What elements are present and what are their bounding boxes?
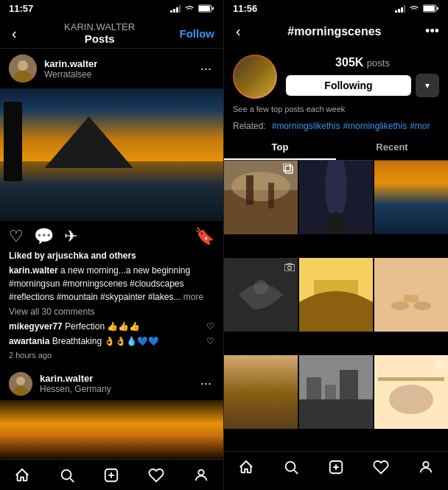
svg-point-50 [389, 385, 433, 414]
comment-2-text: Breathtaking 👌👌💧💙💙 [52, 336, 160, 346]
hashtag-avatar [233, 55, 277, 99]
nav-search-button[interactable] [59, 467, 75, 488]
svg-point-34 [253, 280, 268, 295]
camera-icon [284, 263, 295, 271]
tab-recent[interactable]: Recent [336, 136, 448, 160]
view-comments[interactable]: View all 30 comments [9, 305, 214, 318]
following-button[interactable]: Following [286, 75, 411, 96]
more-options-button[interactable]: ··· [197, 61, 214, 77]
right-panel: 11:56 ‹ #morningscenes ••• [224, 0, 448, 490]
svg-rect-1 [173, 9, 175, 13]
commenter-1[interactable]: mikegyver77 [9, 321, 63, 332]
related-tag-2[interactable]: #morninglikethis [343, 121, 407, 131]
right-nav-profile-button[interactable] [418, 459, 434, 480]
grid-item-4[interactable] [224, 258, 298, 332]
tab-top-label: Top [272, 141, 289, 153]
grid-item-2[interactable] [299, 161, 373, 234]
back-button[interactable]: ‹ [9, 22, 20, 45]
tab-top[interactable]: Top [224, 136, 336, 160]
second-avatar-image [9, 372, 32, 396]
svg-rect-5 [199, 6, 210, 11]
right-nav-add-button[interactable] [328, 459, 344, 480]
nav-home-button[interactable] [14, 467, 30, 488]
liked-by-label: Liked by [9, 251, 45, 261]
like-button[interactable]: ♡ [9, 227, 24, 246]
liked-user[interactable]: arjuschka [47, 251, 88, 261]
right-home-icon [238, 459, 254, 475]
second-avatar[interactable] [9, 372, 32, 396]
grid-indicator-1 [283, 164, 295, 175]
more-options-button[interactable]: ••• [425, 24, 439, 39]
caption-text: karin.walter a new morning...a new begin… [9, 264, 214, 304]
left-bottom-nav [0, 459, 223, 491]
svg-point-13 [62, 469, 71, 479]
grid-item-5[interactable] [299, 258, 373, 332]
like-comment-2[interactable]: ♡ [206, 335, 214, 348]
svg-point-11 [16, 377, 25, 385]
save-button[interactable]: 🔖 [195, 227, 214, 246]
left-panel: 11:57 ‹ KARIN.WALTER Posts [0, 0, 224, 490]
comment-button[interactable]: 💬 [34, 227, 54, 246]
hashtag-avatar-inner [234, 56, 276, 97]
right-nav-home-button[interactable] [238, 459, 254, 480]
following-row: Following ▾ [286, 74, 439, 97]
posts-count: 305K [335, 56, 363, 69]
svg-point-15 [198, 469, 203, 475]
svg-point-36 [288, 266, 292, 270]
grid-photo-6 [374, 258, 448, 332]
grid-item-7[interactable] [224, 355, 298, 429]
grid-photo-2 [299, 161, 373, 234]
svg-rect-16 [395, 10, 397, 13]
camera-indicator [284, 261, 295, 274]
grid-photo-8-svg [299, 355, 373, 429]
follow-button[interactable]: Follow [180, 27, 215, 40]
right-bottom-nav [224, 451, 448, 490]
share-button[interactable]: ✈ [64, 227, 77, 246]
second-post-header: karin.walter Hessen, Germany ··· [0, 368, 223, 400]
svg-rect-47 [299, 399, 373, 429]
avatar[interactable] [9, 55, 37, 83]
commenter-2[interactable]: awartania [9, 336, 49, 346]
left-time: 11:57 [9, 3, 33, 14]
multi-photo-icon [283, 164, 295, 175]
posts-label: posts [367, 57, 390, 69]
svg-rect-51 [435, 362, 445, 368]
right-search-icon [283, 459, 299, 475]
svg-point-52 [438, 363, 442, 367]
right-battery-icon [423, 4, 439, 13]
nav-profile-button[interactable] [193, 467, 209, 488]
related-tags: Related: #morningslikethis #morningliket… [224, 118, 448, 136]
nav-add-button[interactable] [103, 467, 119, 488]
grid-item-6[interactable] [374, 258, 448, 332]
dropdown-button[interactable]: ▾ [416, 74, 439, 97]
like-comment-1[interactable]: ♡ [206, 320, 214, 333]
grid-photo-9 [374, 355, 448, 429]
svg-rect-28 [283, 164, 290, 171]
grid-photo-4 [224, 258, 298, 332]
profile-row: karin.walter Werratalsee ··· [0, 49, 223, 88]
right-back-button[interactable]: ‹ [233, 20, 244, 43]
profile-sub: Werratalsee [44, 69, 97, 80]
second-more-options-button[interactable]: ··· [197, 376, 214, 391]
right-wifi-icon [409, 5, 419, 13]
grid-photo-2-svg [299, 161, 373, 234]
grid-item-9[interactable] [374, 355, 448, 429]
svg-rect-35 [284, 265, 295, 271]
caption-username[interactable]: karin.walter [9, 265, 58, 276]
right-time: 11:56 [233, 3, 257, 14]
grid-item-8[interactable] [299, 355, 373, 429]
grid-item-3[interactable] [374, 161, 448, 234]
grid-item-1[interactable] [224, 161, 298, 234]
svg-point-40 [391, 301, 409, 310]
heart-icon [148, 467, 164, 483]
related-tag-3[interactable]: #mor [410, 121, 430, 131]
nav-heart-button[interactable] [148, 467, 164, 488]
right-nav-heart-button[interactable] [373, 459, 389, 480]
right-nav-search-button[interactable] [283, 459, 299, 480]
right-profile-icon [418, 459, 434, 475]
related-tag-1[interactable]: #morningslikethis [272, 121, 340, 131]
more-link[interactable]: more [183, 292, 203, 302]
related-label: Related: [233, 121, 266, 131]
comment-1-text: Perfection 👍👍👍 [65, 321, 140, 332]
signal-icon [170, 5, 181, 13]
